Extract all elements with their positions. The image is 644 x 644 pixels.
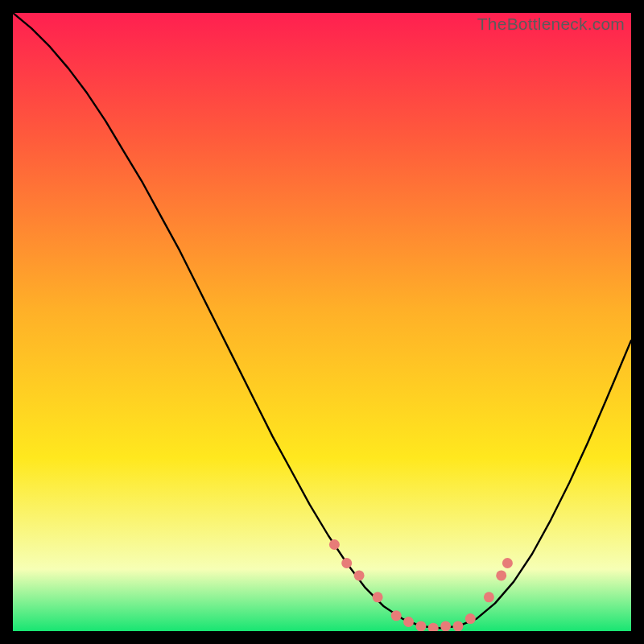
marker-point	[415, 621, 426, 631]
gradient-background	[13, 13, 631, 631]
marker-point	[502, 558, 513, 568]
marker-point	[465, 613, 476, 624]
bottleneck-chart	[13, 13, 631, 631]
chart-frame: TheBottleneck.com	[13, 13, 631, 631]
marker-point	[496, 570, 506, 580]
marker-point	[391, 610, 402, 621]
marker-point	[440, 621, 451, 631]
marker-point	[373, 592, 383, 602]
marker-point	[341, 558, 352, 568]
marker-point	[484, 592, 494, 602]
marker-point	[329, 539, 340, 550]
marker-point	[354, 570, 365, 580]
marker-point	[403, 617, 414, 627]
marker-point	[453, 621, 464, 631]
